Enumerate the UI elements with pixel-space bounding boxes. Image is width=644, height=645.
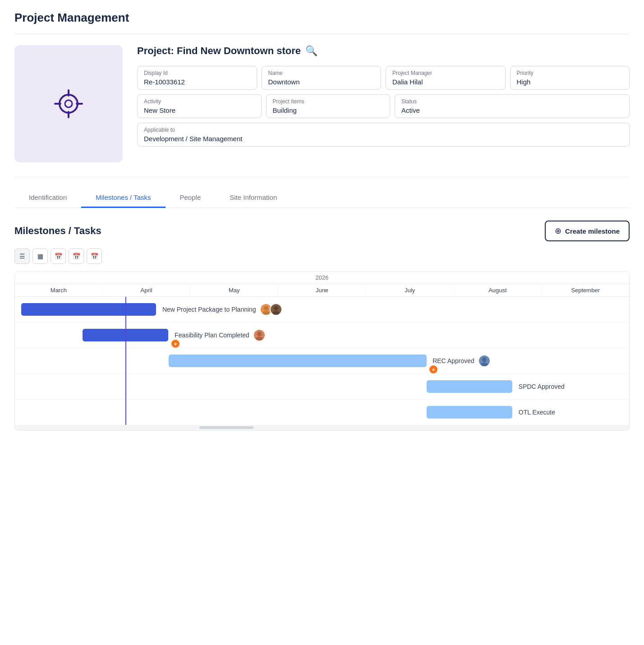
month-april: April [103,284,191,296]
pi-label: Project Items [273,98,384,105]
add-task-btn-1[interactable]: + [171,340,179,348]
gantt-chart: 2026 March April May June July August Se… [14,271,630,431]
target-icon [51,86,87,122]
applicable-label: Applicable to [144,127,623,133]
activity-label: Activity [144,98,255,105]
month-march: March [15,284,103,296]
gantt-row-5: OTL Execute [15,400,629,425]
bar-label-1: New Project Package to Planning [162,303,282,316]
project-header: Project: Find New Downtown store 🔍 Displ… [14,45,630,162]
grid-view-btn[interactable]: ▦ [32,249,48,264]
mid-divider [14,177,630,177]
page-title: Project Management [14,11,630,25]
activity-value: New Store [144,106,255,114]
gantt-body: New Project Package to Planning [15,297,629,425]
fields-row-1: Display Id Re-10033612 Name Downtown Pro… [137,66,630,90]
bar-area-4: SPDC Approved [15,374,629,399]
svg-point-7 [262,311,269,315]
month-september: September [542,284,629,296]
project-icon-box [14,45,123,162]
tab-milestones[interactable]: Milestones / Tasks [81,188,165,208]
milestones-section: Milestones / Tasks ⊕ Create milestone ☰ … [14,221,630,431]
fields-row-3: Applicable to Development / Site Managem… [137,123,630,147]
field-name: Name Downtown [262,66,382,90]
field-display-id: Display Id Re-10033612 [137,66,257,90]
avatar-group-2 [253,329,266,341]
bar-area-5: OTL Execute [15,400,629,425]
project-title-row: Project: Find New Downtown store 🔍 [137,45,630,57]
gantt-year: 2026 [15,272,629,284]
name-value: Downtown [268,78,375,86]
bar-3[interactable] [169,355,427,367]
pm-label: Project Manager [392,70,499,76]
today-line [125,297,126,425]
avatar-group-3 [478,355,491,367]
view-controls: ☰ ▦ 📅 📅 📅 [14,249,630,264]
svg-point-11 [256,336,262,341]
gantt-months: March April May June July August Septemb… [15,284,629,297]
tab-site-information[interactable]: Site Information [215,188,291,208]
field-activity: Activity New Store [137,94,262,118]
pi-value: Building [273,106,384,114]
svg-point-8 [274,306,278,310]
svg-point-10 [257,332,262,336]
scrollbar-area [15,425,629,430]
top-divider [14,34,630,34]
bar-area-2: Feasibility Plan Completed + [15,322,629,348]
bar-1[interactable] [21,303,156,316]
field-applicable-to: Applicable to Development / Site Managem… [137,123,630,147]
tab-identification[interactable]: Identification [14,188,81,208]
svg-point-0 [60,95,78,113]
svg-point-6 [264,306,268,310]
tab-people[interactable]: People [166,188,216,208]
list-view-btn[interactable]: ☰ [14,249,30,264]
search-icon[interactable]: 🔍 [305,45,317,57]
gantt-row-2: Feasibility Plan Completed + [15,322,629,348]
priority-label: Priority [517,70,623,76]
plus-circle-icon: ⊕ [555,226,561,236]
svg-point-12 [482,357,487,362]
bar-label-4: SPDC Approved [519,383,565,390]
calendar-day-btn[interactable]: 📅 [51,249,66,264]
section-header: Milestones / Tasks ⊕ Create milestone [14,221,630,241]
calendar-week-btn[interactable]: 📅 [69,249,84,264]
project-info: Project: Find New Downtown store 🔍 Displ… [137,45,630,147]
bar-5[interactable] [427,406,513,419]
svg-point-13 [481,362,488,367]
tabs-row: Identification Milestones / Tasks People… [14,188,630,208]
avatar-3 [253,329,266,341]
svg-point-9 [272,311,279,315]
svg-point-1 [65,100,72,107]
month-july: July [366,284,454,296]
field-priority: Priority High [510,66,630,90]
create-milestone-button[interactable]: ⊕ Create milestone [545,221,630,241]
avatar-2 [270,303,282,316]
month-june: June [278,284,366,296]
avatar-4 [478,355,491,367]
bar-area-3: REC Approved + [15,348,629,373]
fields-row-2: Activity New Store Project Items Buildin… [137,94,630,118]
month-august: August [454,284,542,296]
priority-value: High [517,78,623,86]
bar-label-5: OTL Execute [519,409,555,416]
display-id-label: Display Id [144,70,250,76]
status-label: Status [401,98,623,105]
create-btn-label: Create milestone [565,227,620,235]
month-may: May [190,284,278,296]
field-status: Status Active [395,94,630,118]
calendar-month-btn[interactable]: 📅 [87,249,102,264]
add-task-btn-2[interactable]: + [429,365,437,373]
section-title: Milestones / Tasks [14,225,101,237]
gantt-row-3: REC Approved + [15,348,629,374]
fields-grid: Display Id Re-10033612 Name Downtown Pro… [137,66,630,147]
pm-value: Dalia Hilal [392,78,499,86]
status-value: Active [401,106,623,114]
name-label: Name [268,70,375,76]
scrollbar-thumb[interactable] [199,426,253,429]
project-title: Project: Find New Downtown store [137,45,301,57]
gantt-row-1: New Project Package to Planning [15,297,629,322]
bar-area-1: New Project Package to Planning [15,297,629,322]
bar-4[interactable] [427,380,513,393]
field-project-items: Project Items Building [266,94,391,118]
display-id-value: Re-10033612 [144,78,250,86]
